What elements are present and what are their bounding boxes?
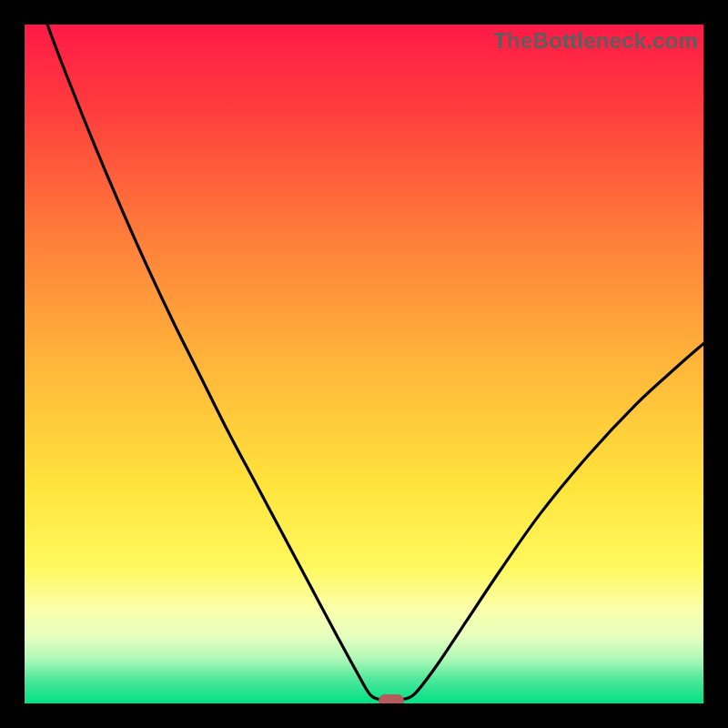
plot-area: TheBottleneck.com bbox=[25, 25, 703, 703]
optimal-marker bbox=[379, 694, 404, 703]
curve-svg bbox=[25, 25, 703, 703]
chart-frame: TheBottleneck.com bbox=[0, 0, 728, 728]
bottleneck-curve bbox=[25, 25, 703, 701]
